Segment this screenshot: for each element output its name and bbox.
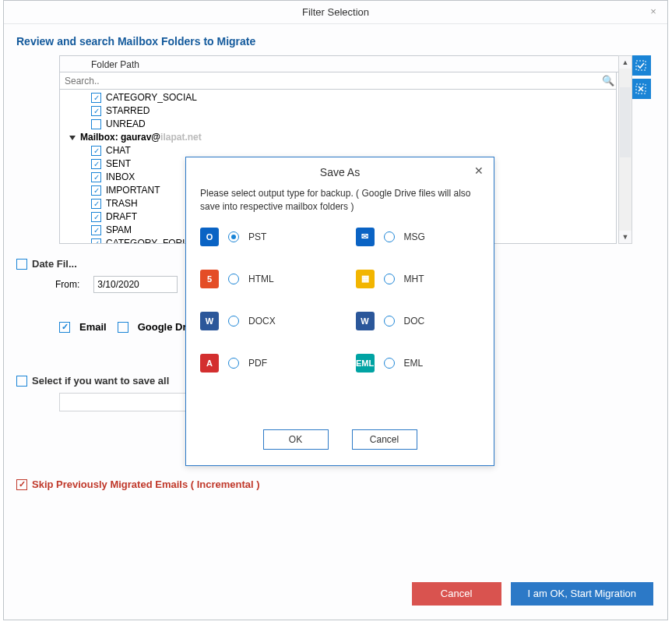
search-icon[interactable]: 🔍	[600, 75, 616, 87]
format-option-msg[interactable]: ✉MSG	[356, 228, 480, 246]
folder-label: UNREAD	[106, 118, 146, 131]
docx-label: DOCX	[248, 316, 276, 327]
folder-label: TRASH	[106, 197, 138, 210]
window-title: Filter Selection	[302, 6, 369, 18]
html-label: HTML	[248, 274, 274, 284]
list-item[interactable]: UNREAD	[60, 118, 616, 131]
from-date-input[interactable]	[93, 276, 178, 293]
select-all-button[interactable]	[631, 55, 651, 76]
doc-icon: W	[356, 312, 375, 330]
skip-row: Skip Previously Migrated Emails ( Increm…	[16, 478, 655, 490]
email-checkbox[interactable]	[59, 322, 70, 333]
msg-radio[interactable]	[384, 231, 395, 242]
folder-label: DRAFT	[106, 210, 137, 224]
folder-label: SENT	[106, 157, 131, 171]
section-title: Review and search Mailbox Folders to Mig…	[16, 35, 655, 48]
format-option-mht[interactable]: ▦MHT	[356, 270, 480, 288]
deselect-all-button[interactable]	[631, 79, 651, 99]
pdf-icon: A	[200, 354, 219, 373]
folder-label: CATEGORY_SOCIAL	[106, 91, 197, 104]
folder-checkbox[interactable]	[91, 225, 101, 235]
modal-ok-button[interactable]: OK	[263, 429, 329, 450]
format-grid: OPST✉MSG5HTML▦MHTWDOCXWDOCAPDFEMLEML	[200, 228, 480, 373]
scroll-down-icon[interactable]: ▼	[619, 231, 632, 243]
folder-search: 🔍	[59, 72, 617, 90]
modal-body: Please select output type for backup. ( …	[186, 187, 494, 373]
docx-icon: W	[200, 312, 219, 330]
folder-label: IMPORTANT	[106, 184, 160, 197]
save-as-dialog: Save As ✕ Please select output type for …	[185, 157, 494, 466]
filter-selection-window: Filter Selection × Review and search Mai…	[3, 0, 668, 620]
folder-checkbox[interactable]	[91, 106, 101, 116]
folder-checkbox[interactable]	[91, 119, 101, 129]
docx-radio[interactable]	[228, 316, 239, 327]
pdf-radio[interactable]	[228, 358, 239, 369]
from-label: From:	[55, 279, 79, 290]
msg-label: MSG	[404, 231, 425, 242]
mht-label: MHT	[404, 274, 424, 284]
folder-header: Folder Path	[59, 55, 651, 72]
folder-checkbox[interactable]	[91, 172, 101, 182]
modal-footer: OK Cancel	[186, 429, 494, 450]
folder-label: STARRED	[106, 104, 150, 118]
list-item[interactable]: CHAT	[60, 144, 616, 157]
save-all-label: Select if you want to save all	[32, 375, 169, 387]
folder-checkbox[interactable]	[91, 146, 101, 156]
start-migration-button[interactable]: I am OK, Start Migration	[511, 582, 653, 606]
cancel-button[interactable]: Cancel	[412, 582, 501, 606]
svg-rect-0	[636, 61, 646, 70]
list-item[interactable]: STARRED	[60, 104, 616, 118]
scroll-up-icon[interactable]: ▲	[619, 56, 632, 69]
mailbox-row[interactable]: Mailbox: gaurav@ilapat.net	[60, 131, 616, 144]
modal-titlebar: Save As ✕	[186, 157, 494, 187]
format-option-pdf[interactable]: APDF	[200, 354, 325, 373]
modal-cancel-button[interactable]: Cancel	[352, 429, 417, 450]
gdrive-checkbox[interactable]	[118, 322, 128, 333]
gdrive-label: Google Dr	[138, 321, 187, 333]
date-filter-label: Date Fil...	[32, 258, 77, 270]
save-all-checkbox[interactable]	[16, 376, 27, 387]
list-item[interactable]: CATEGORY_SOCIAL	[60, 91, 616, 104]
folder-checkbox[interactable]	[91, 93, 101, 103]
folder-checkbox[interactable]	[91, 185, 101, 196]
eml-radio[interactable]	[384, 358, 395, 369]
mht-icon: ▦	[356, 270, 375, 288]
date-filter-checkbox[interactable]	[16, 259, 27, 270]
titlebar: Filter Selection ×	[4, 1, 667, 24]
modal-title: Save As	[320, 166, 360, 178]
format-option-docx[interactable]: WDOCX	[200, 312, 325, 330]
folder-label: INBOX	[106, 171, 135, 184]
pdf-label: PDF	[248, 358, 267, 369]
format-option-doc[interactable]: WDOC	[356, 312, 480, 330]
modal-close-icon[interactable]: ✕	[470, 162, 487, 179]
pst-label: PST	[248, 231, 266, 242]
folder-checkbox[interactable]	[91, 199, 101, 209]
skip-checkbox[interactable]	[16, 479, 27, 490]
html-icon: 5	[200, 270, 219, 288]
side-action-buttons	[631, 55, 653, 102]
skip-label: Skip Previously Migrated Emails ( Increm…	[32, 478, 260, 490]
folder-label: CATEGORY_FORUM	[106, 237, 197, 244]
folder-checkbox[interactable]	[91, 238, 101, 244]
eml-icon: EML	[356, 354, 375, 373]
mailbox-label: Mailbox: gaurav@ilapat.net	[80, 131, 202, 144]
folder-scrollbar[interactable]: ▲ ▼	[618, 55, 632, 244]
folder-checkbox[interactable]	[91, 159, 101, 169]
html-radio[interactable]	[228, 274, 239, 284]
scroll-thumb[interactable]	[620, 87, 631, 157]
format-option-html[interactable]: 5HTML	[200, 270, 325, 288]
mht-radio[interactable]	[384, 274, 395, 284]
expand-icon[interactable]	[69, 136, 76, 140]
format-option-eml[interactable]: EMLEML	[356, 354, 480, 373]
search-input[interactable]	[60, 76, 600, 87]
doc-radio[interactable]	[384, 316, 395, 327]
format-option-pst[interactable]: OPST	[200, 228, 325, 246]
pst-radio[interactable]	[228, 231, 239, 242]
doc-label: DOC	[404, 316, 425, 327]
eml-label: EML	[404, 358, 424, 369]
close-icon[interactable]: ×	[646, 4, 661, 19]
pst-icon: O	[200, 228, 219, 246]
footer-buttons: Cancel I am OK, Start Migration	[412, 582, 653, 606]
folder-checkbox[interactable]	[91, 212, 101, 222]
folder-label: SPAM	[106, 224, 132, 237]
